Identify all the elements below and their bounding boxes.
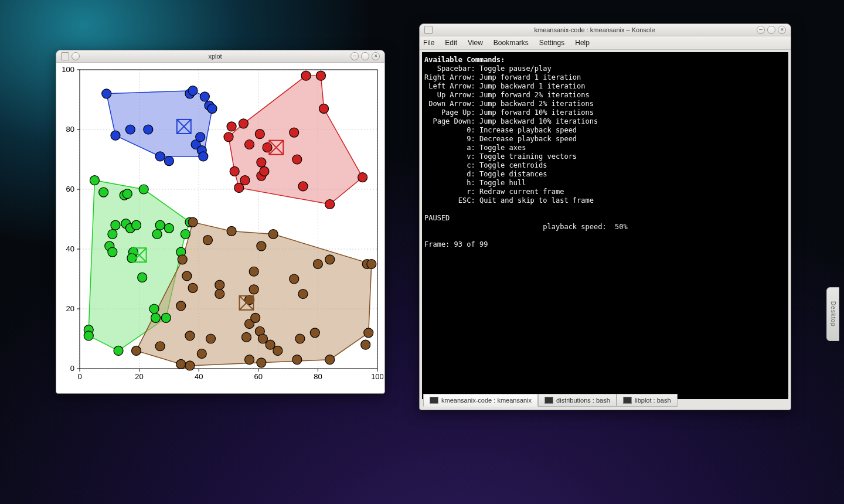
svg-point-66 [255,130,264,139]
svg-point-110 [185,331,195,340]
svg-text:20: 20 [135,372,143,381]
svg-point-138 [313,260,322,269]
svg-text:0: 0 [70,364,74,373]
konsole-titlebar[interactable]: kmeansanix-code : kmeansanix – Konsole [420,24,791,36]
svg-point-41 [102,89,111,98]
svg-point-81 [108,230,117,239]
svg-point-91 [132,220,141,230]
konsole-window[interactable]: kmeansanix-code : kmeansanix – Konsole F… [419,23,791,410]
svg-point-70 [298,182,308,191]
svg-point-132 [273,346,283,355]
menu-settings[interactable]: Settings [539,39,564,47]
svg-point-73 [319,104,329,113]
svg-point-136 [298,290,308,299]
minimize-icon[interactable] [757,26,765,34]
desktop-switcher[interactable]: Desktop [826,287,839,341]
konsole-menubar: File Edit View Bookmarks Settings Help [420,36,791,50]
svg-point-83 [111,220,120,230]
svg-point-107 [178,255,187,264]
svg-point-57 [227,122,236,131]
svg-point-67 [263,143,272,152]
svg-point-62 [245,140,254,149]
svg-point-126 [257,241,266,251]
xplot-window[interactable]: xplot 020406080100020406080100 [56,50,385,394]
svg-point-82 [108,247,117,257]
svg-point-75 [358,173,367,182]
svg-point-44 [144,125,153,134]
svg-text:40: 40 [66,244,74,253]
svg-point-84 [114,346,123,355]
svg-point-48 [188,86,198,96]
svg-point-112 [188,217,198,227]
pin-icon[interactable] [72,52,80,60]
svg-point-124 [249,267,258,276]
svg-text:100: 100 [371,372,383,381]
svg-point-101 [181,230,190,239]
svg-point-134 [292,355,302,365]
svg-point-53 [200,92,209,101]
svg-text:80: 80 [314,372,322,381]
svg-point-116 [215,290,224,299]
svg-point-58 [230,166,239,176]
svg-point-72 [316,71,325,80]
svg-text:0: 0 [77,372,81,381]
svg-text:80: 80 [66,125,74,134]
app-menu-icon[interactable] [424,26,433,34]
konsole-tab[interactable]: kmeansanix-code : kmeansanix [423,394,538,407]
maximize-icon[interactable] [767,26,775,34]
svg-point-122 [245,355,254,365]
svg-point-60 [240,176,250,185]
close-icon[interactable] [372,52,380,60]
menu-view[interactable]: View [468,39,483,47]
svg-point-140 [325,255,335,264]
svg-text:40: 40 [195,372,203,381]
svg-point-74 [325,200,335,209]
svg-point-118 [227,226,236,236]
svg-point-111 [188,283,198,292]
svg-point-43 [125,125,135,134]
konsole-title: kmeansanix-code : kmeansanix – Konsole [434,26,755,33]
svg-point-125 [251,313,260,322]
terminal-icon [623,397,632,404]
menu-help[interactable]: Help [575,39,590,47]
xplot-title: xplot [81,53,349,60]
svg-point-106 [176,301,186,311]
svg-point-119 [241,332,251,342]
svg-point-104 [155,342,165,351]
terminal-icon [544,397,553,404]
svg-point-86 [122,189,132,199]
svg-point-137 [310,328,319,338]
konsole-tabs: kmeansanix-code : kmeansanixdistribution… [423,394,678,407]
svg-point-71 [301,71,311,80]
konsole-tab[interactable]: libplot : bash [617,394,678,407]
app-menu-icon[interactable] [61,52,69,60]
konsole-tab[interactable]: distributions : bash [538,394,617,407]
svg-point-52 [199,152,208,161]
svg-text:60: 60 [66,185,74,193]
svg-point-50 [196,132,205,142]
svg-point-77 [84,331,93,340]
svg-text:60: 60 [254,372,263,381]
svg-point-61 [239,119,248,128]
terminal-output[interactable]: Available Commands: Spacebar: Toggle pau… [422,52,788,399]
maximize-icon[interactable] [361,52,369,60]
svg-point-143 [367,260,376,269]
menu-file[interactable]: File [423,39,434,47]
svg-text:100: 100 [62,65,74,74]
svg-point-135 [295,334,305,343]
svg-point-109 [185,361,195,370]
close-icon[interactable] [778,26,786,34]
minimize-icon[interactable] [350,52,359,60]
xplot-titlebar[interactable]: xplot [56,50,384,63]
menu-bookmarks[interactable]: Bookmarks [494,39,529,47]
svg-point-65 [260,166,269,176]
svg-point-95 [151,313,161,322]
svg-point-99 [164,223,173,233]
menu-edit[interactable]: Edit [445,39,457,47]
svg-point-55 [207,104,217,113]
svg-point-46 [164,156,173,166]
svg-point-108 [182,271,192,281]
svg-point-103 [132,346,141,355]
svg-point-93 [138,273,147,282]
svg-point-105 [176,359,186,369]
